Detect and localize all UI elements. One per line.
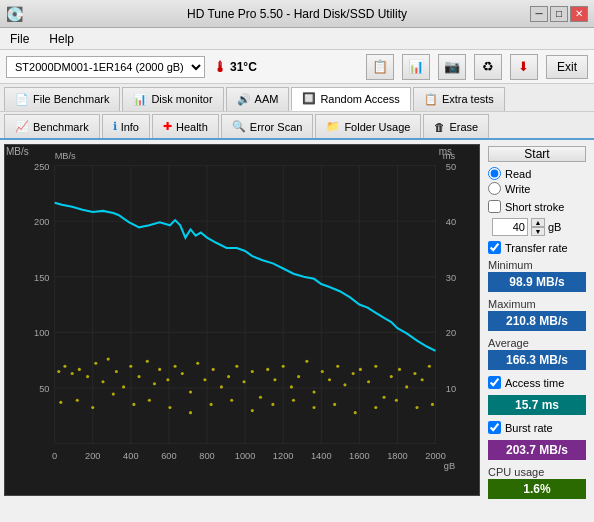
exit-button[interactable]: Exit xyxy=(546,55,588,79)
app-icon: 💽 xyxy=(6,6,23,22)
benchmark-icon: 📈 xyxy=(15,120,29,133)
read-label: Read xyxy=(505,168,531,180)
gb-input[interactable]: 40 xyxy=(492,218,528,236)
tabs-row1: 📄 File Benchmark 📊 Disk monitor 🔊 AAM 🔲 … xyxy=(0,84,594,112)
transfer-rate-checkbox[interactable] xyxy=(488,241,501,254)
svg-text:800: 800 xyxy=(199,451,214,461)
close-button[interactable]: ✕ xyxy=(570,6,588,22)
svg-point-90 xyxy=(76,399,79,402)
svg-text:0: 0 xyxy=(52,451,57,461)
svg-point-61 xyxy=(220,385,223,388)
minimum-value: 98.9 MB/s xyxy=(488,272,586,292)
svg-point-65 xyxy=(251,370,254,373)
svg-point-84 xyxy=(398,368,401,371)
title-bar: 💽 HD Tune Pro 5.50 - Hard Disk/SSD Utili… xyxy=(0,0,594,28)
svg-point-74 xyxy=(321,370,324,373)
spinner-up[interactable]: ▲ xyxy=(531,218,545,227)
tab-aam-label: AAM xyxy=(255,93,279,105)
svg-point-83 xyxy=(390,375,393,378)
svg-point-95 xyxy=(168,406,171,409)
svg-point-44 xyxy=(94,362,97,365)
toolbar-icon-down[interactable]: ⬇ xyxy=(510,54,538,80)
toolbar-icon-4[interactable]: ♻ xyxy=(474,54,502,80)
svg-point-72 xyxy=(305,360,308,363)
svg-text:1800: 1800 xyxy=(387,451,408,461)
toolbar-icon-1[interactable]: 📋 xyxy=(366,54,394,80)
erase-icon: 🗑 xyxy=(434,121,445,133)
tab-disk-monitor[interactable]: 📊 Disk monitor xyxy=(122,87,223,111)
spinner-down[interactable]: ▼ xyxy=(531,227,545,236)
maximum-label: Maximum xyxy=(488,298,586,310)
svg-point-42 xyxy=(78,368,81,371)
svg-point-58 xyxy=(196,362,199,365)
svg-point-99 xyxy=(251,409,254,412)
tab-folder-usage[interactable]: 📁 Folder Usage xyxy=(315,114,421,138)
minimum-label: Minimum xyxy=(488,259,586,271)
tab-health[interactable]: ✚ Health xyxy=(152,114,219,138)
burst-rate-checkbox[interactable] xyxy=(488,421,501,434)
svg-point-41 xyxy=(71,372,74,375)
svg-text:400: 400 xyxy=(123,451,138,461)
health-icon: ✚ xyxy=(163,120,172,133)
tab-aam[interactable]: 🔊 AAM xyxy=(226,87,290,111)
svg-point-88 xyxy=(428,365,431,368)
access-time-scatter xyxy=(57,358,434,415)
svg-point-89 xyxy=(59,401,62,404)
tab-disk-monitor-label: Disk monitor xyxy=(151,93,212,105)
average-value: 166.3 MB/s xyxy=(488,350,586,370)
maximize-button[interactable]: □ xyxy=(550,6,568,22)
burst-rate-value: 203.7 MB/s xyxy=(488,440,586,460)
tab-erase[interactable]: 🗑 Erase xyxy=(423,114,489,138)
chart-container: MB/s ms 250 200 150 xyxy=(4,144,480,496)
svg-point-101 xyxy=(292,399,295,402)
read-radio-label[interactable]: Read xyxy=(488,167,586,180)
tab-random-access[interactable]: 🔲 Random Access xyxy=(291,87,410,111)
menu-help[interactable]: Help xyxy=(45,31,78,47)
disk-monitor-icon: 📊 xyxy=(133,93,147,106)
svg-point-59 xyxy=(203,378,206,381)
read-radio[interactable] xyxy=(488,167,501,180)
tab-benchmark[interactable]: 📈 Benchmark xyxy=(4,114,100,138)
cpu-usage-stat: CPU usage 1.6% xyxy=(488,466,586,500)
svg-text:50: 50 xyxy=(39,384,49,394)
minimize-button[interactable]: ─ xyxy=(530,6,548,22)
write-radio[interactable] xyxy=(488,182,501,195)
gb-spinner-row: 40 ▲ ▼ gB xyxy=(492,218,586,236)
window-title: HD Tune Pro 5.50 - Hard Disk/SSD Utility xyxy=(187,7,407,21)
spinner-buttons: ▲ ▼ xyxy=(531,218,545,236)
svg-text:20: 20 xyxy=(446,328,456,338)
svg-point-93 xyxy=(132,403,135,406)
tab-info[interactable]: ℹ Info xyxy=(102,114,150,138)
svg-point-85 xyxy=(405,385,408,388)
drive-select[interactable]: ST2000DM001-1ER164 (2000 gB) xyxy=(6,56,205,78)
start-button[interactable]: Start xyxy=(488,146,586,162)
svg-point-94 xyxy=(148,399,151,402)
svg-point-52 xyxy=(153,382,156,385)
svg-text:2000: 2000 xyxy=(425,451,446,461)
toolbar-icon-3[interactable]: 📷 xyxy=(438,54,466,80)
maximum-value: 210.8 MB/s xyxy=(488,311,586,331)
extra-tests-icon: 📋 xyxy=(424,93,438,106)
short-stroke-checkbox[interactable] xyxy=(488,200,501,213)
svg-point-100 xyxy=(271,403,274,406)
right-panel: Start Read Write Short stroke 40 ▲ ▼ gB xyxy=(482,142,592,498)
menu-file[interactable]: File xyxy=(6,31,33,47)
tab-health-label: Health xyxy=(176,121,208,133)
tab-error-scan-label: Error Scan xyxy=(250,121,303,133)
svg-point-49 xyxy=(129,365,132,368)
tab-benchmark-label: Benchmark xyxy=(33,121,89,133)
access-time-checkbox[interactable] xyxy=(488,376,501,389)
svg-text:200: 200 xyxy=(34,217,49,227)
tab-extra-tests[interactable]: 📋 Extra tests xyxy=(413,87,505,111)
tab-file-benchmark[interactable]: 📄 File Benchmark xyxy=(4,87,120,111)
tab-error-scan[interactable]: 🔍 Error Scan xyxy=(221,114,314,138)
write-radio-label[interactable]: Write xyxy=(488,182,586,195)
error-scan-icon: 🔍 xyxy=(232,120,246,133)
svg-point-54 xyxy=(166,378,169,381)
y-axis-right-label: ms xyxy=(439,146,452,157)
temperature-value: 31°C xyxy=(230,60,257,74)
thermometer-icon: 🌡 xyxy=(213,59,227,75)
svg-point-71 xyxy=(297,375,300,378)
toolbar-icon-2[interactable]: 📊 xyxy=(402,54,430,80)
svg-point-80 xyxy=(367,380,370,383)
